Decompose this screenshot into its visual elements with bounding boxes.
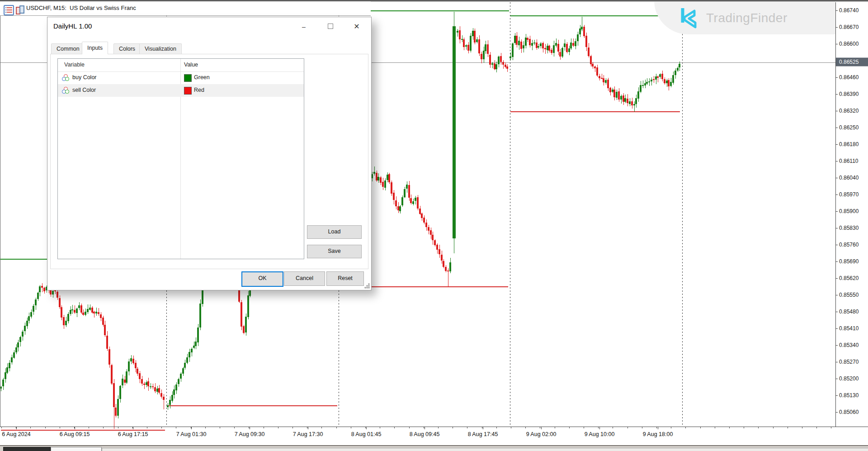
candle: [98, 312, 99, 314]
candle: [487, 44, 489, 54]
time-axis-tick: [308, 427, 308, 429]
time-axis-minor-tick: [613, 427, 613, 428]
time-axis-minor-tick: [365, 427, 366, 428]
candle: [631, 101, 633, 105]
candle: [24, 326, 26, 331]
indicator-settings-dialog[interactable]: DailyHL 1.00 – ✕ Common Inputs Colors Vi…: [47, 17, 372, 290]
color-swatch: [184, 87, 192, 95]
time-axis-minor-tick: [264, 427, 264, 428]
candle: [5, 372, 6, 379]
price-axis-label: 0.85620: [839, 275, 859, 281]
price-axis-label: 0.86670: [839, 24, 859, 30]
time-axis-minor-tick: [555, 427, 555, 428]
price-axis-label: 0.86390: [839, 91, 859, 97]
tradingfinder-logo-icon: [679, 7, 700, 29]
big-rally-candle: [453, 26, 456, 238]
candle: [406, 185, 408, 189]
price-axis-label: 0.86180: [839, 141, 859, 147]
tab-colors[interactable]: Colors: [113, 43, 141, 54]
tab-common[interactable]: Common: [51, 43, 85, 54]
candle: [373, 172, 375, 174]
candle: [132, 359, 134, 363]
candle: [241, 302, 242, 327]
candle: [572, 43, 574, 46]
ok-button[interactable]: OK: [241, 271, 283, 287]
candle-wick: [651, 77, 652, 85]
candle: [425, 223, 427, 227]
candle: [529, 39, 531, 45]
time-axis-label: 9 Aug 02:00: [526, 431, 557, 437]
candle: [659, 74, 661, 77]
candle: [243, 326, 245, 333]
inputs-table[interactable]: Variable Value buy ColorGreensell ColorR…: [57, 58, 304, 259]
candle: [476, 39, 478, 42]
candle: [85, 312, 86, 315]
candle-wick: [42, 283, 42, 292]
price-axis-tick: [835, 111, 838, 111]
candle: [245, 317, 247, 332]
time-axis-label: 7 Aug 01:30: [176, 431, 207, 437]
candle: [568, 48, 570, 52]
candle: [564, 43, 566, 47]
candle: [26, 321, 28, 326]
candle: [618, 91, 620, 100]
price-axis-label: 0.86460: [839, 74, 859, 81]
time-axis-line: [0, 427, 868, 427]
resize-grip[interactable]: [364, 283, 370, 289]
time-axis-minor-tick: [758, 427, 759, 428]
cancel-button[interactable]: Cancel: [284, 271, 325, 286]
price-axis-tick: [835, 178, 838, 178]
candle: [122, 379, 123, 385]
day-separator-line: [682, 2, 683, 427]
dialog-title[interactable]: DailyHL 1.00: [53, 22, 92, 30]
price-axis-label: 0.85270: [839, 359, 859, 365]
price-axis-label: 0.86040: [839, 175, 859, 181]
price-axis-tick: [835, 278, 838, 279]
candle: [637, 91, 639, 99]
candle: [583, 27, 585, 36]
candle: [463, 39, 465, 47]
time-axis-label: 8 Aug 17:45: [468, 431, 498, 437]
candle: [646, 82, 648, 84]
candle: [401, 197, 403, 205]
color-type-icon: [62, 87, 69, 94]
input-row-sell-color[interactable]: sell ColorRed: [58, 84, 304, 97]
price-axis-label: 0.85970: [839, 191, 859, 198]
reset-button[interactable]: Reset: [326, 271, 364, 286]
tab-inputs[interactable]: Inputs: [82, 42, 108, 54]
background-window-tab[interactable]: [3, 447, 51, 451]
candle: [2, 380, 4, 386]
close-icon[interactable]: ✕: [347, 18, 367, 35]
chart-list-icon[interactable]: [4, 5, 14, 15]
tab-visualization[interactable]: Visualization: [139, 43, 182, 54]
price-axis-label: 0.85900: [839, 208, 859, 214]
chart-type-icon[interactable]: [15, 5, 24, 14]
minimize-icon[interactable]: –: [294, 18, 314, 35]
maximize-icon[interactable]: [321, 18, 340, 35]
time-axis-tick: [16, 427, 17, 429]
input-row-buy-color[interactable]: buy ColorGreen: [58, 71, 304, 84]
candle: [59, 298, 61, 307]
load-button[interactable]: Load: [307, 225, 362, 239]
time-axis-minor-tick: [642, 427, 642, 428]
candle: [675, 71, 676, 75]
candle: [679, 64, 680, 67]
time-axis-minor-tick: [351, 427, 351, 428]
time-axis-minor-tick: [176, 427, 176, 428]
candle: [184, 363, 186, 368]
candle: [551, 50, 552, 53]
candle: [163, 397, 165, 400]
candle: [6, 367, 8, 373]
candle: [95, 312, 97, 313]
candle: [661, 74, 663, 79]
price-axis-label: 0.85340: [839, 342, 859, 348]
time-axis-minor-tick: [249, 427, 249, 428]
save-button[interactable]: Save: [307, 245, 362, 258]
time-axis-minor-tick: [482, 427, 482, 428]
candle: [169, 400, 171, 405]
candle: [52, 291, 54, 294]
candle: [80, 305, 82, 313]
candle: [620, 96, 622, 100]
background-window-tab[interactable]: [51, 447, 102, 451]
time-axis-label: 8 Aug 09:45: [410, 431, 440, 437]
